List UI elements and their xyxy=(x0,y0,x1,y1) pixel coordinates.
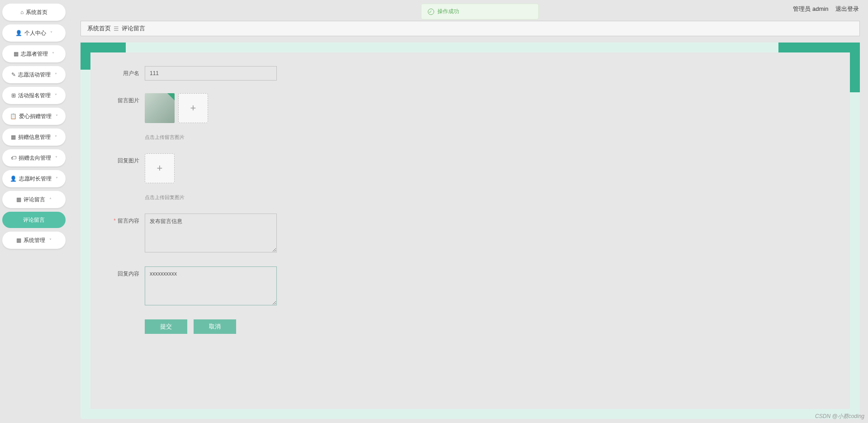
clipboard-icon: 📋 xyxy=(10,113,17,119)
reply-content-label: 回复内容 xyxy=(107,266,139,278)
cancel-button[interactable]: 取消 xyxy=(194,319,236,334)
chevron-down-icon: ˅ xyxy=(55,156,57,161)
msg-image-label: 留言图片 xyxy=(107,93,139,105)
breadcrumb: 系统首页 ☰ 评论留言 xyxy=(81,21,860,36)
grid-icon: ▦ xyxy=(11,134,16,140)
reply-image-label: 回复图片 xyxy=(107,153,139,165)
sidebar-item-label: 志愿活动管理 xyxy=(18,71,51,79)
breadcrumb-separator-icon: ☰ xyxy=(114,25,119,32)
edit-icon: ✎ xyxy=(11,71,16,78)
tag-icon: 🏷 xyxy=(11,155,16,161)
admin-link[interactable]: 管理员 admin xyxy=(793,5,828,12)
chevron-down-icon: ˅ xyxy=(52,52,54,57)
sidebar-item-volunteer-hours[interactable]: 👤 志愿时长管理 ˅ xyxy=(2,170,66,187)
watermark: CSDN @小蔡coding xyxy=(815,413,864,420)
grid-icon: ⊞ xyxy=(11,92,16,99)
sidebar-item-volunteer[interactable]: ▦ 志愿者管理 ˅ xyxy=(2,45,66,62)
logout-link[interactable]: 退出登录 xyxy=(835,5,859,12)
grid-icon: ▦ xyxy=(16,196,21,203)
plus-icon: + xyxy=(157,162,163,174)
sidebar-item-donation-dest[interactable]: 🏷 捐赠去向管理 ˅ xyxy=(2,149,66,166)
msg-image-upload-button[interactable]: + xyxy=(178,93,208,123)
sidebar-item-label: 个人中心 xyxy=(24,29,46,37)
plus-icon: + xyxy=(190,102,196,114)
sidebar-item-label: 系统首页 xyxy=(26,9,47,16)
user-icon: 👤 xyxy=(15,30,22,36)
main-area: 平台的设计与实现 管理员 admin 退出登录 ✓ 操作成功 系统首页 ☰ 评论… xyxy=(72,0,868,423)
chevron-down-icon: ˅ xyxy=(56,176,58,181)
sidebar-item-donation-info[interactable]: ▦ 捐赠信息管理 ˅ xyxy=(2,128,66,146)
sidebar-item-label: 活动报名管理 xyxy=(18,92,51,100)
sidebar-item-label: 捐赠去向管理 xyxy=(19,154,51,162)
chevron-down-icon: ˅ xyxy=(55,135,57,140)
form-panel: 用户名 留言图片 + 点击上传留言图片 回复 xyxy=(90,52,850,409)
chevron-down-icon: ˅ xyxy=(50,31,52,36)
chevron-up-icon: ˄ xyxy=(49,197,52,202)
reply-content-textarea[interactable] xyxy=(145,266,277,305)
user-icon: 👤 xyxy=(10,176,17,182)
chevron-down-icon: ˅ xyxy=(55,72,57,77)
username-label: 用户名 xyxy=(107,66,139,77)
msg-content-textarea[interactable] xyxy=(145,214,277,252)
sidebar-item-label: 志愿时长管理 xyxy=(19,175,52,183)
msg-image-hint: 点击上传留言图片 xyxy=(145,134,208,141)
sidebar-item-label: 爱心捐赠管理 xyxy=(19,113,52,120)
sidebar-item-label: 评论留言 xyxy=(24,196,45,204)
sidebar-item-activity-signup[interactable]: ⊞ 活动报名管理 ˅ xyxy=(2,87,66,104)
sidebar-item-label: 捐赠信息管理 xyxy=(18,133,51,141)
sidebar-item-home[interactable]: ⌂ 系统首页 xyxy=(2,4,66,21)
sidebar-item-volunteer-activity[interactable]: ✎ 志愿活动管理 ˅ xyxy=(2,66,66,83)
grid-icon: ▦ xyxy=(16,237,21,243)
breadcrumb-current: 评论留言 xyxy=(122,24,145,33)
msg-image-preview[interactable] xyxy=(145,93,175,123)
sidebar-item-system[interactable]: ▦ 系统管理 ˅ xyxy=(2,232,66,249)
home-icon: ⌂ xyxy=(20,9,24,15)
reply-image-hint: 点击上传回复图片 xyxy=(145,194,185,201)
chevron-down-icon: ˅ xyxy=(56,114,58,119)
sidebar-item-personal[interactable]: 👤 个人中心 ˅ xyxy=(2,24,66,42)
success-toast: ✓ 操作成功 xyxy=(421,4,538,19)
submit-button[interactable]: 提交 xyxy=(145,319,187,334)
sidebar-item-label: 志愿者管理 xyxy=(21,50,48,58)
username-input[interactable] xyxy=(145,66,277,81)
sidebar-item-comments[interactable]: ▦ 评论留言 ˄ xyxy=(2,191,66,208)
msg-content-label: 留言内容 xyxy=(107,214,139,225)
sidebar: ⌂ 系统首页 👤 个人中心 ˅ ▦ 志愿者管理 ˅ ✎ 志愿活动管理 ˅ ⊞ 活… xyxy=(0,0,68,423)
sidebar-item-donation[interactable]: 📋 爱心捐赠管理 ˅ xyxy=(2,108,66,125)
toast-text: 操作成功 xyxy=(437,8,459,15)
content-panel: 用户名 留言图片 + 点击上传留言图片 回复 xyxy=(81,43,860,419)
check-icon: ✓ xyxy=(427,9,434,15)
breadcrumb-root[interactable]: 系统首页 xyxy=(87,24,111,33)
chevron-down-icon: ˅ xyxy=(49,238,52,243)
chevron-down-icon: ˅ xyxy=(55,93,57,98)
sidebar-sub-item-comments[interactable]: 评论留言 xyxy=(2,212,66,228)
reply-image-upload-button[interactable]: + xyxy=(145,153,175,183)
grid-icon: ▦ xyxy=(14,51,19,57)
sidebar-item-label: 系统管理 xyxy=(24,237,45,244)
sidebar-submenu: 评论留言 xyxy=(2,212,66,228)
